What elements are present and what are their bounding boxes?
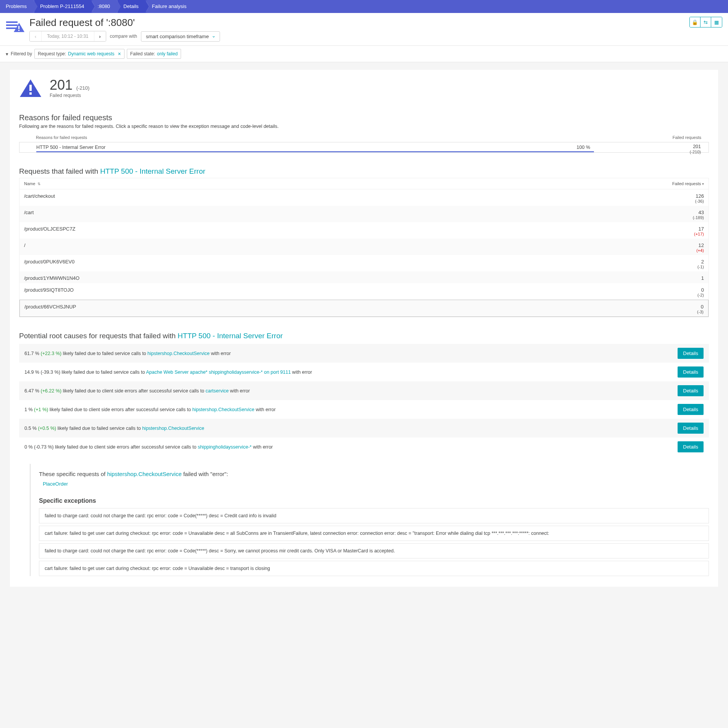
- service-link[interactable]: hipstershop.CheckoutService: [107, 471, 181, 477]
- breadcrumb-item[interactable]: Details: [118, 0, 146, 13]
- request-row[interactable]: /product/OLJCESPC7Z17(+17): [19, 222, 709, 239]
- alert-triangle-icon: [19, 79, 42, 98]
- svg-rect-0: [6, 21, 18, 23]
- root-cause-detail-block: These specific requests of hipstershop.C…: [30, 464, 709, 576]
- root-cause-row: 6.47 % (+6.22 %) likely failed due to cl…: [19, 381, 709, 400]
- lock-icon[interactable]: 🔒: [690, 17, 700, 27]
- svg-rect-1: [6, 24, 18, 26]
- request-row[interactable]: /cart/checkout126(-36): [19, 189, 709, 206]
- compare-label: compare with: [110, 34, 137, 39]
- service-link[interactable]: hipstershop.CheckoutService: [192, 407, 254, 412]
- service-link[interactable]: hipstershop.CheckoutService: [142, 426, 204, 431]
- header: Failed request of ':8080' ‹ Today, 10:12…: [0, 13, 728, 46]
- svg-rect-4: [18, 26, 19, 29]
- svg-rect-5: [18, 30, 19, 31]
- page-title: Failed request of ':8080': [29, 17, 689, 29]
- exceptions-title: Specific exceptions: [39, 497, 709, 504]
- sort-icon: ⇅: [37, 182, 40, 186]
- request-row[interactable]: /12(+4): [19, 239, 709, 255]
- req-head-count[interactable]: Failed requests: [672, 181, 701, 186]
- remove-filter-icon[interactable]: ×: [118, 51, 121, 57]
- filter-icon: ▾: [6, 51, 8, 57]
- root-cause-row: 14.9 % (-39.3 %) likely failed due to fa…: [19, 363, 709, 381]
- request-row[interactable]: /product/66VCHSJNUP0(-3): [19, 300, 709, 317]
- filter-chip: Failed state: only failed: [127, 49, 181, 59]
- request-row[interactable]: /product/9SIQT8TOJO0(-2): [19, 283, 709, 300]
- reason-count: 201: [693, 144, 701, 149]
- service-link[interactable]: Apache Web Server apache* shippingholida…: [146, 370, 291, 375]
- filter-label: Filtered by: [11, 51, 32, 56]
- breadcrumb-item[interactable]: :8080: [92, 0, 118, 13]
- requests-title: Requests that failed with HTTP 500 - Int…: [19, 167, 709, 176]
- reason-delta: (-210): [690, 150, 701, 154]
- reason-name: HTTP 500 - Internal Server Error: [36, 145, 105, 150]
- compare-dropdown[interactable]: smart comparison timeframe: [141, 31, 220, 42]
- filter-chip: Request type: Dynamic web requests×: [34, 49, 125, 59]
- details-button[interactable]: Details: [678, 385, 704, 396]
- request-row[interactable]: /product/0PUK6V6EV02(-1): [19, 255, 709, 271]
- exception-row[interactable]: cart failure: failed to get user cart du…: [39, 526, 709, 541]
- table-view-icon[interactable]: ▦: [711, 17, 722, 27]
- time-prev-button[interactable]: ‹: [30, 31, 41, 41]
- service-link[interactable]: shippingholidaysservice-*: [198, 444, 252, 450]
- failure-logo-icon: [5, 17, 26, 35]
- details-button[interactable]: Details: [678, 366, 704, 378]
- reasons-title: Reasons for failed requests: [19, 113, 709, 122]
- time-next-button[interactable]: ›: [94, 31, 106, 41]
- svg-rect-7: [29, 85, 32, 91]
- root-cause-row: 1 % (+1 %) likely failed due to client s…: [19, 400, 709, 419]
- http500-link-2[interactable]: HTTP 500 - Internal Server Error: [178, 332, 283, 340]
- root-cause-row: 0.5 % (+0.5 %) likely failed due to fail…: [19, 419, 709, 437]
- http500-link[interactable]: HTTP 500 - Internal Server Error: [100, 167, 205, 175]
- exception-row[interactable]: failed to charge card: could not charge …: [39, 508, 709, 523]
- svg-rect-8: [29, 92, 32, 95]
- settings-icon[interactable]: ⇆: [700, 17, 711, 27]
- breadcrumb-item[interactable]: Problems: [0, 0, 34, 13]
- reason-pct: 100 %: [577, 145, 590, 150]
- sort-down-icon: ▾: [701, 182, 704, 186]
- req-head-name[interactable]: Name: [24, 181, 35, 186]
- filter-bar: ▾ Filtered by Request type: Dynamic web …: [0, 46, 728, 62]
- details-button[interactable]: Details: [678, 348, 704, 359]
- failed-count: 201: [50, 77, 73, 93]
- reason-bar: [36, 151, 594, 152]
- details-button[interactable]: Details: [678, 404, 704, 415]
- request-row[interactable]: /product/1YMWWN1N4O1: [19, 271, 709, 283]
- root-cause-row: 61.7 % (+22.3 %) likely failed due to fa…: [19, 344, 709, 363]
- reasons-subtitle: Following are the reasons for failed req…: [19, 124, 709, 129]
- breadcrumb-item[interactable]: Failure analysis: [146, 0, 194, 13]
- request-row[interactable]: /cart43(-189): [19, 206, 709, 222]
- service-link[interactable]: cartservice: [205, 388, 228, 394]
- exception-row[interactable]: cart failure: failed to get user cart du…: [39, 561, 709, 576]
- reasons-head-right: Failed requests: [673, 135, 701, 140]
- root-causes-title: Potential root causes for requests that …: [19, 332, 709, 340]
- service-link[interactable]: hipstershop.CheckoutService: [147, 351, 210, 356]
- method-link[interactable]: PlaceOrder: [39, 481, 709, 487]
- breadcrumb: ProblemsProblem P-2111554:8080DetailsFai…: [0, 0, 728, 13]
- reason-row[interactable]: HTTP 500 - Internal Server Error 100 % 2…: [19, 142, 709, 153]
- exception-row[interactable]: failed to charge card: could not charge …: [39, 543, 709, 559]
- reasons-head-left: Reasons for failed requests: [36, 135, 673, 140]
- root-cause-row: 0 % (-0.73 %) likely failed due to clien…: [19, 437, 709, 456]
- failed-label: Failed requests: [50, 93, 89, 98]
- breadcrumb-item[interactable]: Problem P-2111554: [34, 0, 92, 13]
- time-range-text: Today, 10:12 - 10:31: [41, 31, 94, 41]
- details-button[interactable]: Details: [678, 441, 704, 452]
- failed-delta: (-210): [76, 85, 90, 91]
- details-button[interactable]: Details: [678, 423, 704, 434]
